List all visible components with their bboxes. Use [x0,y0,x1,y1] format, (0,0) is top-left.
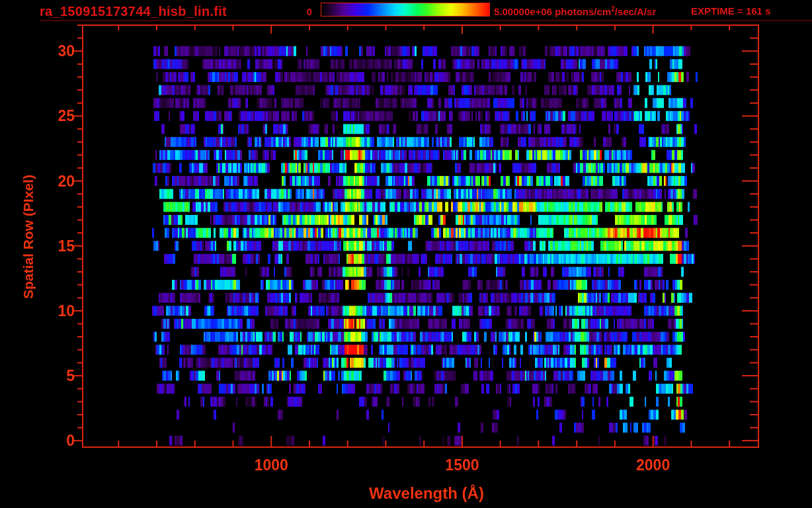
y-tick-label: 0 [26,432,75,450]
spectral-heatmap-canvas [0,0,812,508]
y-tick-label: 5 [26,367,75,385]
x-tick-label: 1500 [445,456,479,474]
fits-filename-title: ra_150915173744_hisb_lin.fit [40,4,227,19]
y-tick-label: 25 [26,107,75,125]
colorbar-min-label: 0 [307,7,312,17]
y-tick-label: 20 [26,172,75,190]
colorbar-units-post: /sec/A/sr [615,6,657,17]
colorbar-units-pre: photons/cm [552,6,611,17]
x-tick-label: 2000 [636,456,670,474]
spectral-viewer-window: ra_150915173744_hisb_lin.fit 0 5.00000e+… [0,0,812,508]
y-tick-label: 30 [26,42,75,60]
colorbar-max-label: 5.00000e+06 photons/cm2/sec/A/sr [494,5,656,17]
y-tick-label: 10 [26,302,75,319]
colorbar-max-value: 5.00000e+06 [494,6,552,17]
exptime-label: EXPTIME = 161 s [691,5,770,17]
y-tick-label: 15 [26,237,75,255]
x-axis-title: Wavelength (Å) [369,484,484,503]
x-tick-label: 1000 [255,456,288,474]
